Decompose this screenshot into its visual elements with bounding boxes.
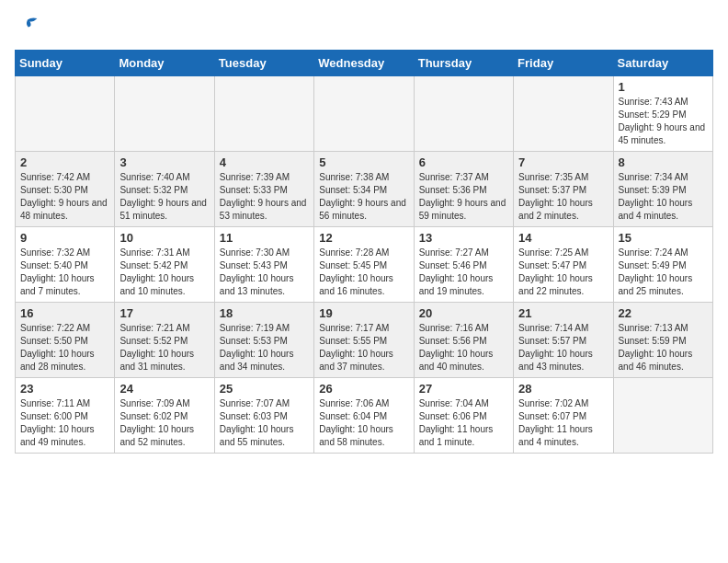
calendar-header-row: SundayMondayTuesdayWednesdayThursdayFrid… xyxy=(16,50,713,75)
calendar-header-saturday: Saturday xyxy=(613,50,712,75)
day-info: Sunrise: 7:39 AM Sunset: 5:33 PM Dayligh… xyxy=(220,171,309,223)
calendar-day-cell xyxy=(414,75,513,151)
calendar-day-cell: 10Sunrise: 7:31 AM Sunset: 5:42 PM Dayli… xyxy=(115,226,214,302)
day-info: Sunrise: 7:24 AM Sunset: 5:49 PM Dayligh… xyxy=(619,247,708,298)
day-info: Sunrise: 7:40 AM Sunset: 5:32 PM Dayligh… xyxy=(119,171,209,223)
day-info: Sunrise: 7:09 AM Sunset: 6:02 PM Dayligh… xyxy=(119,397,209,449)
calendar-day-cell: 14Sunrise: 7:25 AM Sunset: 5:47 PM Dayli… xyxy=(514,226,613,302)
calendar-week-row: 23Sunrise: 7:11 AM Sunset: 6:00 PM Dayli… xyxy=(16,377,713,453)
day-number: 22 xyxy=(619,306,708,320)
calendar-day-cell: 24Sunrise: 7:09 AM Sunset: 6:02 PM Dayli… xyxy=(115,377,214,453)
day-info: Sunrise: 7:16 AM Sunset: 5:56 PM Dayligh… xyxy=(419,322,508,373)
day-number: 16 xyxy=(20,306,109,320)
calendar-day-cell: 17Sunrise: 7:21 AM Sunset: 5:52 PM Dayli… xyxy=(115,302,214,377)
calendar-day-cell: 1Sunrise: 7:43 AM Sunset: 5:29 PM Daylig… xyxy=(613,75,712,151)
day-info: Sunrise: 7:14 AM Sunset: 5:57 PM Dayligh… xyxy=(518,322,608,373)
calendar-day-cell xyxy=(115,75,214,151)
day-info: Sunrise: 7:37 AM Sunset: 5:36 PM Dayligh… xyxy=(419,171,508,223)
calendar-header-tuesday: Tuesday xyxy=(214,50,313,75)
day-info: Sunrise: 7:19 AM Sunset: 5:53 PM Dayligh… xyxy=(220,322,309,373)
calendar-day-cell xyxy=(214,75,313,151)
day-number: 25 xyxy=(220,382,309,396)
day-info: Sunrise: 7:04 AM Sunset: 6:06 PM Dayligh… xyxy=(419,397,508,449)
day-number: 21 xyxy=(518,306,608,320)
calendar-day-cell: 12Sunrise: 7:28 AM Sunset: 5:45 PM Dayli… xyxy=(314,226,414,302)
day-info: Sunrise: 7:30 AM Sunset: 5:43 PM Dayligh… xyxy=(220,247,309,298)
calendar-day-cell: 3Sunrise: 7:40 AM Sunset: 5:32 PM Daylig… xyxy=(115,151,214,226)
calendar-day-cell: 21Sunrise: 7:14 AM Sunset: 5:57 PM Dayli… xyxy=(514,302,613,377)
calendar-day-cell: 22Sunrise: 7:13 AM Sunset: 5:59 PM Dayli… xyxy=(613,302,712,377)
day-info: Sunrise: 7:28 AM Sunset: 5:45 PM Dayligh… xyxy=(319,247,408,298)
calendar-day-cell: 25Sunrise: 7:07 AM Sunset: 6:03 PM Dayli… xyxy=(214,377,313,453)
calendar-week-row: 1Sunrise: 7:43 AM Sunset: 5:29 PM Daylig… xyxy=(16,75,713,151)
day-info: Sunrise: 7:11 AM Sunset: 6:00 PM Dayligh… xyxy=(20,397,109,449)
day-number: 15 xyxy=(619,231,708,245)
calendar-day-cell: 15Sunrise: 7:24 AM Sunset: 5:49 PM Dayli… xyxy=(613,226,712,302)
day-number: 14 xyxy=(518,231,608,245)
day-info: Sunrise: 7:22 AM Sunset: 5:50 PM Dayligh… xyxy=(20,322,109,373)
calendar-day-cell: 27Sunrise: 7:04 AM Sunset: 6:06 PM Dayli… xyxy=(414,377,513,453)
calendar-day-cell: 11Sunrise: 7:30 AM Sunset: 5:43 PM Dayli… xyxy=(214,226,313,302)
day-number: 27 xyxy=(419,382,508,396)
calendar-day-cell: 4Sunrise: 7:39 AM Sunset: 5:33 PM Daylig… xyxy=(214,151,313,226)
day-number: 19 xyxy=(319,306,408,320)
day-number: 12 xyxy=(319,231,408,245)
calendar-day-cell: 9Sunrise: 7:32 AM Sunset: 5:40 PM Daylig… xyxy=(16,226,115,302)
calendar-day-cell: 5Sunrise: 7:38 AM Sunset: 5:34 PM Daylig… xyxy=(314,151,414,226)
calendar-day-cell: 13Sunrise: 7:27 AM Sunset: 5:46 PM Dayli… xyxy=(414,226,513,302)
day-info: Sunrise: 7:17 AM Sunset: 5:55 PM Dayligh… xyxy=(319,322,408,373)
calendar-day-cell: 26Sunrise: 7:06 AM Sunset: 6:04 PM Dayli… xyxy=(314,377,414,453)
calendar-day-cell: 7Sunrise: 7:35 AM Sunset: 5:37 PM Daylig… xyxy=(514,151,613,226)
calendar-header-thursday: Thursday xyxy=(414,50,513,75)
calendar-day-cell: 16Sunrise: 7:22 AM Sunset: 5:50 PM Dayli… xyxy=(16,302,115,377)
day-number: 1 xyxy=(619,80,708,94)
calendar-header-sunday: Sunday xyxy=(16,50,115,75)
day-number: 23 xyxy=(20,382,109,396)
day-info: Sunrise: 7:35 AM Sunset: 5:37 PM Dayligh… xyxy=(518,171,608,223)
day-number: 5 xyxy=(319,155,408,169)
day-number: 2 xyxy=(20,155,109,169)
day-number: 3 xyxy=(119,155,209,169)
calendar-day-cell: 8Sunrise: 7:34 AM Sunset: 5:39 PM Daylig… xyxy=(613,151,712,226)
day-info: Sunrise: 7:32 AM Sunset: 5:40 PM Dayligh… xyxy=(20,247,109,298)
calendar-week-row: 16Sunrise: 7:22 AM Sunset: 5:50 PM Dayli… xyxy=(16,302,713,377)
day-info: Sunrise: 7:25 AM Sunset: 5:47 PM Dayligh… xyxy=(518,247,608,298)
calendar-day-cell: 6Sunrise: 7:37 AM Sunset: 5:36 PM Daylig… xyxy=(414,151,513,226)
calendar-day-cell: 19Sunrise: 7:17 AM Sunset: 5:55 PM Dayli… xyxy=(314,302,414,377)
calendar-week-row: 2Sunrise: 7:42 AM Sunset: 5:30 PM Daylig… xyxy=(16,151,713,226)
day-number: 17 xyxy=(119,306,209,320)
calendar-header-friday: Friday xyxy=(514,50,613,75)
day-info: Sunrise: 7:27 AM Sunset: 5:46 PM Dayligh… xyxy=(419,247,508,298)
calendar-day-cell: 28Sunrise: 7:02 AM Sunset: 6:07 PM Dayli… xyxy=(514,377,613,453)
day-info: Sunrise: 7:21 AM Sunset: 5:52 PM Dayligh… xyxy=(119,322,209,373)
day-info: Sunrise: 7:07 AM Sunset: 6:03 PM Dayligh… xyxy=(220,397,309,449)
calendar-day-cell: 2Sunrise: 7:42 AM Sunset: 5:30 PM Daylig… xyxy=(16,151,115,226)
day-number: 13 xyxy=(419,231,508,245)
day-info: Sunrise: 7:06 AM Sunset: 6:04 PM Dayligh… xyxy=(319,397,408,449)
day-number: 28 xyxy=(518,382,608,396)
header xyxy=(15,15,713,42)
calendar-body: 1Sunrise: 7:43 AM Sunset: 5:29 PM Daylig… xyxy=(16,75,713,453)
day-info: Sunrise: 7:02 AM Sunset: 6:07 PM Dayligh… xyxy=(518,397,608,449)
calendar-day-cell xyxy=(314,75,414,151)
logo xyxy=(15,15,39,42)
calendar-header-wednesday: Wednesday xyxy=(314,50,414,75)
day-info: Sunrise: 7:42 AM Sunset: 5:30 PM Dayligh… xyxy=(20,171,109,223)
day-number: 10 xyxy=(119,231,209,245)
day-number: 24 xyxy=(119,382,209,396)
calendar-day-cell xyxy=(16,75,115,151)
calendar-day-cell xyxy=(613,377,712,453)
day-number: 4 xyxy=(220,155,309,169)
day-number: 26 xyxy=(319,382,408,396)
calendar-day-cell: 23Sunrise: 7:11 AM Sunset: 6:00 PM Dayli… xyxy=(16,377,115,453)
day-number: 11 xyxy=(220,231,309,245)
day-info: Sunrise: 7:31 AM Sunset: 5:42 PM Dayligh… xyxy=(119,247,209,298)
day-info: Sunrise: 7:13 AM Sunset: 5:59 PM Dayligh… xyxy=(619,322,708,373)
day-number: 8 xyxy=(619,155,708,169)
calendar-week-row: 9Sunrise: 7:32 AM Sunset: 5:40 PM Daylig… xyxy=(16,226,713,302)
day-info: Sunrise: 7:38 AM Sunset: 5:34 PM Dayligh… xyxy=(319,171,408,223)
day-number: 7 xyxy=(518,155,608,169)
calendar-day-cell xyxy=(514,75,613,151)
day-number: 6 xyxy=(419,155,508,169)
day-info: Sunrise: 7:43 AM Sunset: 5:29 PM Dayligh… xyxy=(619,96,708,147)
